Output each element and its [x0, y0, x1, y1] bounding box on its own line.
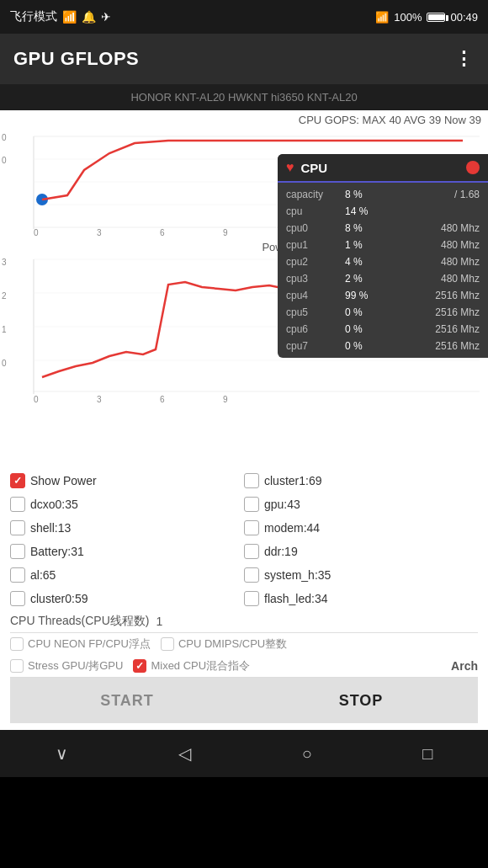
arch-label: Arch [451, 659, 478, 673]
cb-cluster1[interactable] [244, 473, 259, 488]
svg-text:3: 3 [97, 395, 102, 402]
svg-text:0: 0 [2, 133, 7, 142]
checkbox-battery[interactable]: Battery:31 [10, 541, 244, 562]
cpu-row-cpu4: cpu4 99 % 2516 Mhz [278, 287, 488, 304]
cb-dcxo0[interactable] [10, 497, 25, 512]
cb-cpu-neon[interactable] [10, 637, 24, 651]
battery-percent: 100% [394, 11, 422, 24]
signal-bars-icon: 📶 [375, 11, 389, 24]
options-row-1: CPU NEON FP/CPU浮点 CPU DMIPS/CPU整数 [10, 633, 478, 655]
checkbox-show-power[interactable]: Show Power [10, 471, 244, 491]
cb-show-power[interactable] [10, 473, 25, 488]
cb-battery[interactable] [10, 544, 25, 559]
cb-ddr[interactable] [244, 544, 259, 559]
start-button[interactable]: START [10, 678, 244, 723]
cb-flash-led[interactable] [244, 591, 259, 606]
record-button[interactable] [466, 161, 480, 174]
threads-value: 1 [156, 615, 162, 628]
checkbox-cluster0[interactable]: cluster0:59 [10, 588, 244, 609]
cb-stress-gpu[interactable] [10, 659, 24, 673]
checkbox-grid: Show Power cluster1:69 dcxo0:35 gpu:43 s… [10, 471, 478, 609]
checkbox-cluster1[interactable]: cluster1:69 [244, 471, 478, 491]
cpu-row-cpu6: cpu6 0 % 2516 Mhz [278, 321, 488, 338]
nav-bar: ∨ ◁ ○ □ [0, 730, 488, 777]
cpu-popup-body: capacity 8 % / 1.68 cpu 14 % cpu0 8 % 48… [278, 183, 488, 358]
checkbox-ddr[interactable]: ddr:19 [244, 541, 478, 562]
cpu-popup-header: ♥ CPU [278, 154, 488, 183]
airplane-icon: ✈ [101, 10, 111, 24]
svg-text:9: 9 [223, 395, 228, 402]
checkbox-flash-led[interactable]: flash_led:34 [244, 588, 478, 609]
device-label: HONOR KNT-AL20 HWKNT hi3650 KNT-AL20 [0, 84, 488, 110]
cpu-row-cpu7: cpu7 0 % 2516 Mhz [278, 338, 488, 354]
option-cpu-dmips[interactable]: CPU DMIPS/CPU整数 [161, 636, 287, 652]
checkbox-modem[interactable]: modem:44 [244, 518, 478, 538]
svg-text:6: 6 [160, 395, 165, 402]
svg-text:1: 1 [2, 325, 7, 334]
checkbox-shell[interactable]: shell:13 [10, 518, 244, 538]
app-title: GPU GFLOPS [13, 48, 139, 70]
svg-text:2: 2 [2, 291, 7, 301]
signal-icon: 🔔 [82, 10, 96, 24]
svg-text:0: 0 [34, 395, 39, 402]
cb-shell[interactable] [10, 520, 25, 535]
status-left: 飞行模式 📶 🔔 ✈ [10, 9, 111, 24]
nav-back-icon[interactable]: ◁ [178, 743, 191, 764]
svg-text:0: 0 [2, 359, 7, 368]
nav-dropdown-icon[interactable]: ∨ [56, 743, 68, 764]
nav-home-icon[interactable]: ○ [302, 744, 312, 764]
svg-text:3: 3 [97, 228, 102, 237]
cpu-popup-title: CPU [301, 161, 460, 175]
stop-button[interactable]: STOP [244, 678, 478, 723]
status-right: 📶 100% 00:49 [375, 11, 478, 24]
btn-row: START STOP [10, 678, 478, 723]
controls-area: Show Power cluster1:69 dcxo0:35 gpu:43 s… [0, 464, 488, 730]
cb-al[interactable] [10, 567, 25, 583]
cb-cpu-dmips[interactable] [161, 637, 174, 651]
threads-row: CPU Threads(CPU线程数) 1 [10, 609, 478, 632]
svg-text:0: 0 [2, 156, 7, 165]
checkbox-system-h[interactable]: system_h:35 [244, 565, 478, 585]
checkbox-dcxo0[interactable]: dcxo0:35 [10, 494, 244, 514]
status-bar: 飞行模式 📶 🔔 ✈ 📶 100% 00:49 [0, 0, 488, 34]
cpu-row-cpu: cpu 14 % [278, 203, 488, 220]
svg-text:9: 9 [223, 228, 228, 237]
svg-text:3: 3 [2, 258, 7, 267]
cb-modem[interactable] [244, 520, 259, 535]
checkbox-al[interactable]: al:65 [10, 565, 244, 585]
cb-gpu[interactable] [244, 497, 259, 512]
cb-mixed-cpu[interactable] [133, 659, 146, 673]
clock: 00:49 [450, 11, 478, 24]
svg-text:0: 0 [34, 228, 39, 237]
flight-mode-label: 飞行模式 [10, 9, 57, 24]
svg-text:6: 6 [160, 228, 165, 237]
cb-system-h[interactable] [244, 567, 259, 583]
option-stress-gpu[interactable]: Stress GPU/拷GPU [10, 658, 123, 674]
cpu-heart-icon: ♥ [286, 160, 294, 175]
cpu-row-cpu2: cpu2 4 % 480 Mhz [278, 253, 488, 270]
option-mixed-cpu[interactable]: Mixed CPU混合指令 [133, 658, 250, 674]
cpu-row-cpu3: cpu3 2 % 480 Mhz [278, 270, 488, 287]
threads-label: CPU Threads(CPU线程数) [10, 614, 149, 629]
checkbox-gpu[interactable]: gpu:43 [244, 494, 478, 514]
cpu-row-cpu1: cpu1 1 % 480 Mhz [278, 237, 488, 253]
chart-area: CPU GOPS: MAX 40 AVG 39 Now 39 0 3 6 9 1… [0, 110, 488, 464]
option-cpu-neon[interactable]: CPU NEON FP/CPU浮点 [10, 636, 151, 652]
battery-icon [427, 13, 445, 22]
more-menu-icon[interactable]: ⋮ [454, 48, 475, 70]
cb-cluster0[interactable] [10, 591, 25, 606]
cpu-popup: ♥ CPU capacity 8 % / 1.68 cpu 14 % cpu0 … [278, 154, 488, 358]
app-bar: GPU GFLOPS ⋮ [0, 34, 488, 84]
cpu-chart-label: CPU GOPS: MAX 40 AVG 39 Now 39 [0, 110, 488, 128]
nav-recents-icon[interactable]: □ [422, 744, 432, 764]
cpu-row-cpu5: cpu5 0 % 2516 Mhz [278, 304, 488, 321]
cpu-row-capacity: capacity 8 % / 1.68 [278, 186, 488, 203]
options-row-2: Stress GPU/拷GPU Mixed CPU混合指令 Arch [10, 655, 478, 677]
wifi-icon: 📶 [62, 10, 77, 24]
cpu-row-cpu0: cpu0 8 % 480 Mhz [278, 220, 488, 237]
